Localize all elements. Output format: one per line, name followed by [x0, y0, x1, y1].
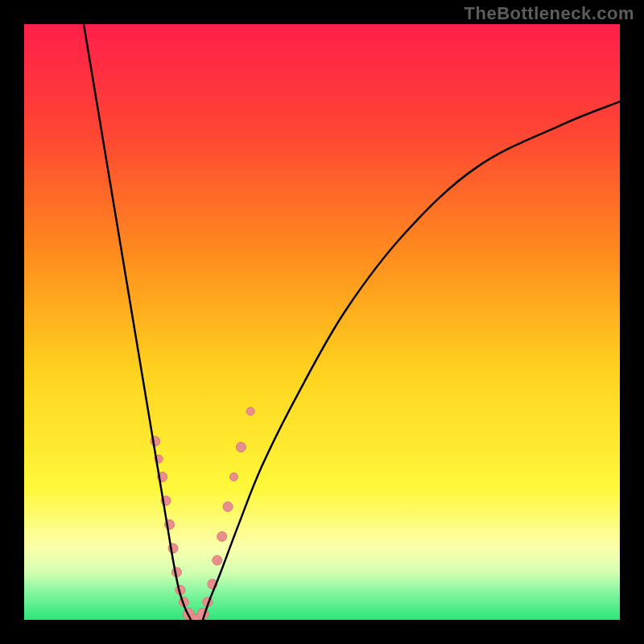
curves-layer — [24, 24, 620, 620]
watermark-text: TheBottleneck.com — [464, 3, 634, 24]
chart-frame: TheBottleneck.com — [0, 0, 644, 644]
data-marker — [229, 473, 237, 481]
right-curve — [203, 101, 620, 620]
data-marker — [217, 531, 227, 541]
data-marker — [236, 442, 246, 452]
data-marker — [246, 407, 254, 415]
data-marker — [223, 502, 233, 511]
data-marker — [213, 555, 222, 565]
left-curve — [84, 24, 191, 620]
plot-area — [24, 24, 620, 620]
